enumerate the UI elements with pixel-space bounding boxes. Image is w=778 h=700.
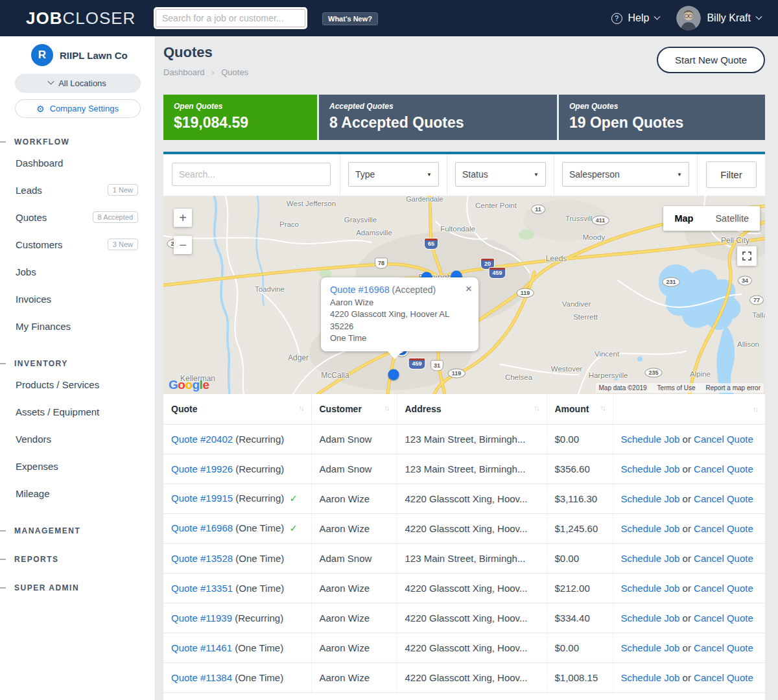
stat-card-open-quotes-count[interactable]: Open Quotes 19 Open Quotes (559, 95, 765, 140)
user-menu[interactable]: Billy Kraft (676, 6, 761, 30)
sidebar-item-assets-equipment[interactable]: Assets / Equipment (16, 398, 138, 425)
sidebar-item-my-finances[interactable]: My Finances (16, 312, 138, 340)
quote-link[interactable]: Quote #11384 (171, 672, 232, 683)
quote-link[interactable]: Quote #13528 (171, 553, 233, 564)
filter-button[interactable]: Filter (706, 161, 757, 188)
quote-link[interactable]: Quote #13351 (171, 583, 233, 594)
sort-icon[interactable]: ↑↓ (299, 404, 303, 412)
schedule-job-link[interactable]: Schedule Job (621, 642, 680, 653)
stat-label: Open Quotes (174, 102, 307, 111)
sidebar-item-customers[interactable]: Customers3 New (16, 231, 138, 258)
sidebar-item-mileage[interactable]: Mileage (16, 480, 138, 507)
sidebar-item-products-services[interactable]: Products / Services (16, 371, 138, 398)
actions-or: or (679, 642, 694, 653)
sidebar-item-jobs[interactable]: Jobs (16, 258, 138, 285)
map-route-shield: 231 (662, 277, 679, 287)
sort-icon[interactable]: ↑↓ (753, 405, 757, 413)
salesperson-select[interactable]: Salesperson ▼ (562, 162, 689, 187)
customer-cell: Aaron Wize (311, 513, 397, 543)
sort-icon[interactable]: ↑↓ (534, 404, 539, 412)
quote-cell: Quote #13528 (One Time) (163, 543, 311, 573)
filter-divider (340, 154, 340, 196)
column-header-address[interactable]: ↑↓Address (397, 394, 547, 424)
quotes-map[interactable]: GardendaleWest JeffersonCenter PointTrus… (163, 196, 765, 394)
sidebar-item-quotes[interactable]: Quotes8 Accepted (16, 204, 138, 231)
column-header-amount[interactable]: ↑↓Amount (547, 394, 613, 424)
cancel-quote-link[interactable]: Cancel Quote (694, 523, 753, 534)
stat-card-accepted-quotes[interactable]: Accepted Quotes 8 Accepted Quotes (319, 95, 557, 140)
schedule-job-link[interactable]: Schedule Job (621, 523, 680, 534)
column-header-actions[interactable]: ↑↓ (613, 394, 765, 424)
quote-link[interactable]: Quote #16968 (171, 522, 233, 533)
column-header-quote[interactable]: ↑↓Quote (163, 394, 311, 424)
map-type-satellite-button[interactable]: Satellite (704, 206, 760, 231)
infowindow-type: One Time (330, 332, 469, 344)
quote-cell: Quote #11461 (One Time) (163, 633, 311, 662)
cancel-quote-link[interactable]: Cancel Quote (694, 434, 753, 445)
quote-link[interactable]: Quote #19915 (171, 493, 233, 504)
schedule-job-link[interactable]: Schedule Job (621, 434, 680, 445)
schedule-job-link[interactable]: Schedule Job (621, 612, 680, 624)
sort-icon[interactable]: ↑↓ (600, 404, 605, 412)
help-menu[interactable]: ? Help (611, 12, 660, 24)
map-zoom-in-button[interactable]: + (174, 209, 192, 227)
location-selector[interactable]: All Locations (15, 74, 141, 93)
map-marker[interactable] (388, 369, 399, 380)
sidebar-item-invoices[interactable]: Invoices (16, 285, 138, 312)
actions-cell: Schedule Job or Cancel Quote (613, 543, 765, 573)
report-map-error-link[interactable]: Report a map error (706, 384, 760, 391)
schedule-job-link[interactable]: Schedule Job (621, 493, 680, 504)
address-cell: 4220 Glasscott Xing, Hoov... (397, 513, 547, 543)
cancel-quote-link[interactable]: Cancel Quote (694, 463, 753, 474)
schedule-job-link[interactable]: Schedule Job (621, 553, 680, 564)
map-town-label: Pell City (721, 236, 749, 245)
stat-card-open-quotes-amount[interactable]: Open Quotes $19,084.59 (163, 95, 317, 140)
sidebar-item-vendors[interactable]: Vendors (16, 425, 138, 452)
cancel-quote-link[interactable]: Cancel Quote (694, 612, 753, 624)
terms-of-use-link[interactable]: Terms of Use (657, 384, 696, 391)
quote-link[interactable]: Quote #11461 (171, 642, 232, 653)
map-town-label: Vandiver (562, 300, 591, 308)
quote-link[interactable]: Quote #11939 (171, 612, 232, 624)
sidebar-item-leads[interactable]: Leads1 New (16, 176, 138, 204)
breadcrumb-dashboard[interactable]: Dashboard (163, 67, 205, 77)
avatar (676, 6, 701, 30)
amount-cell: $334.40 (547, 603, 613, 633)
cancel-quote-link[interactable]: Cancel Quote (694, 642, 753, 653)
start-new-quote-button[interactable]: Start New Quote (657, 47, 765, 73)
sidebar-item-label: Leads (16, 185, 42, 196)
map-town-label: Alpine (690, 370, 711, 378)
app-logo[interactable]: JOBCLOSER (26, 8, 136, 29)
sidebar-item-expenses[interactable]: Expenses (16, 452, 138, 480)
map-town-label: Toadvine (255, 285, 285, 293)
user-name: Billy Kraft (707, 12, 751, 24)
quote-link[interactable]: Quote #19926 (171, 463, 233, 474)
whats-new-button[interactable]: What's New? (322, 12, 378, 25)
schedule-job-link[interactable]: Schedule Job (621, 583, 680, 594)
infowindow-quote-link[interactable]: Quote #16968 (330, 285, 390, 295)
map-route-shield: 77 (749, 296, 764, 305)
company-settings-button[interactable]: ⚙ Company Settings (15, 99, 141, 118)
map-town-label: Chelsea (505, 373, 532, 381)
infowindow-close-icon[interactable]: × (466, 281, 472, 297)
stat-value: 8 Accepted Quotes (329, 114, 547, 132)
quote-type: (Recurring) (232, 612, 283, 624)
sort-icon[interactable]: ↑↓ (384, 404, 389, 412)
schedule-job-link[interactable]: Schedule Job (621, 463, 680, 474)
schedule-job-link[interactable]: Schedule Job (621, 672, 680, 683)
cancel-quote-link[interactable]: Cancel Quote (694, 553, 753, 564)
quote-link[interactable]: Quote #20402 (171, 434, 233, 445)
map-type-map-button[interactable]: Map (663, 206, 704, 231)
cancel-quote-link[interactable]: Cancel Quote (694, 672, 753, 683)
cancel-quote-link[interactable]: Cancel Quote (694, 493, 753, 504)
sidebar-item-dashboard[interactable]: Dashboard (16, 149, 138, 176)
type-select[interactable]: Type ▼ (348, 162, 439, 187)
map-fullscreen-button[interactable] (737, 246, 757, 266)
column-header-customer[interactable]: ↑↓Customer (311, 394, 397, 424)
address-cell: 4220 Glasscott Xing, Hoov... (397, 484, 547, 513)
status-select[interactable]: Status ▼ (455, 162, 546, 187)
global-search-input[interactable] (154, 7, 307, 29)
cancel-quote-link[interactable]: Cancel Quote (694, 583, 753, 594)
quotes-search-input[interactable] (172, 163, 331, 186)
map-zoom-out-button[interactable]: − (174, 236, 192, 254)
